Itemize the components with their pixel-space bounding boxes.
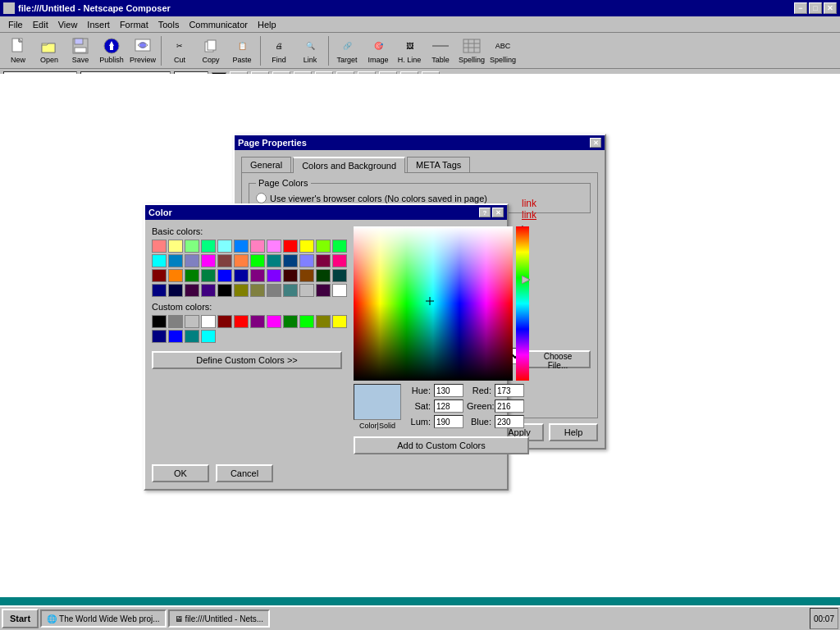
- hline-button[interactable]: Table: [426, 34, 455, 67]
- menu-file[interactable]: File: [3, 18, 28, 31]
- custom-color-cell[interactable]: [234, 315, 249, 328]
- custom-color-cell[interactable]: [152, 330, 167, 343]
- basic-color-cell[interactable]: [185, 269, 199, 282]
- color-slider[interactable]: [516, 226, 529, 381]
- basic-color-cell[interactable]: [234, 269, 249, 282]
- spectrum-canvas[interactable]: [354, 226, 513, 381]
- basic-color-cell[interactable]: [185, 254, 199, 267]
- basic-color-cell[interactable]: [185, 240, 199, 253]
- save-button[interactable]: Save: [66, 34, 95, 67]
- custom-color-cell[interactable]: [201, 330, 216, 343]
- sat-input[interactable]: [434, 399, 463, 413]
- basic-color-cell[interactable]: [332, 254, 347, 267]
- custom-color-cell[interactable]: [185, 315, 199, 328]
- basic-color-cell[interactable]: [283, 269, 298, 282]
- basic-color-cell[interactable]: [234, 254, 249, 267]
- color-close-button[interactable]: ✕: [492, 208, 504, 217]
- custom-color-cell[interactable]: [185, 330, 199, 343]
- color-spectrum[interactable]: [354, 226, 513, 381]
- basic-color-cell[interactable]: [217, 284, 232, 297]
- basic-color-cell[interactable]: [217, 254, 232, 267]
- choose-file-button[interactable]: Choose File...: [525, 350, 591, 368]
- preview-button[interactable]: Preview: [128, 34, 158, 67]
- link-button[interactable]: 🔗 Target: [332, 34, 362, 67]
- red-input[interactable]: [495, 384, 524, 397]
- start-button[interactable]: Start: [2, 609, 39, 628]
- viewer-colors-radio[interactable]: [256, 193, 267, 203]
- basic-color-cell[interactable]: [168, 254, 183, 267]
- basic-color-cell[interactable]: [250, 254, 265, 267]
- publish-button[interactable]: Publish: [97, 34, 126, 67]
- basic-color-cell[interactable]: [283, 284, 298, 297]
- blue-input[interactable]: [495, 415, 524, 428]
- minimize-button[interactable]: −: [794, 2, 807, 14]
- basic-color-cell[interactable]: [299, 240, 314, 253]
- custom-color-cell[interactable]: [201, 315, 216, 328]
- basic-color-cell[interactable]: [152, 284, 167, 297]
- menu-communicator[interactable]: Communicator: [184, 18, 253, 31]
- basic-color-cell[interactable]: [152, 240, 167, 253]
- basic-color-cell[interactable]: [299, 269, 314, 282]
- slider-canvas[interactable]: [516, 226, 529, 381]
- target-button[interactable]: 🎯 Image: [363, 34, 393, 67]
- basic-color-cell[interactable]: [267, 240, 281, 253]
- basic-color-cell[interactable]: [234, 240, 249, 253]
- basic-color-cell[interactable]: [267, 269, 281, 282]
- custom-color-cell[interactable]: [168, 330, 183, 343]
- menu-format[interactable]: Format: [115, 18, 153, 31]
- basic-color-cell[interactable]: [234, 284, 249, 297]
- spelling-button[interactable]: ABC Spelling: [488, 34, 518, 67]
- basic-color-cell[interactable]: [168, 240, 183, 253]
- basic-color-cell[interactable]: [299, 254, 314, 267]
- basic-color-cell[interactable]: [316, 240, 331, 253]
- maximize-button[interactable]: □: [809, 2, 822, 14]
- menu-edit[interactable]: Edit: [28, 18, 53, 31]
- basic-color-cell[interactable]: [201, 240, 216, 253]
- menu-tools[interactable]: Tools: [153, 18, 185, 31]
- custom-color-cell[interactable]: [267, 315, 281, 328]
- basic-color-cell[interactable]: [250, 284, 265, 297]
- basic-color-cell[interactable]: [267, 254, 281, 267]
- basic-color-cell[interactable]: [217, 269, 232, 282]
- cut-button[interactable]: ✂ Cut: [165, 34, 194, 67]
- basic-color-cell[interactable]: [316, 254, 331, 267]
- basic-color-cell[interactable]: [185, 284, 199, 297]
- basic-color-cell[interactable]: [267, 284, 281, 297]
- lum-input[interactable]: [434, 415, 463, 428]
- basic-color-cell[interactable]: [201, 284, 216, 297]
- menu-insert[interactable]: Insert: [82, 18, 115, 31]
- color-cancel-button[interactable]: Cancel: [216, 464, 273, 482]
- custom-color-cell[interactable]: [250, 315, 265, 328]
- print-button[interactable]: 🖨 Find: [264, 34, 294, 67]
- custom-color-cell[interactable]: [168, 315, 183, 328]
- tab-meta-tags[interactable]: META Tags: [407, 157, 470, 173]
- basic-color-cell[interactable]: [332, 240, 347, 253]
- basic-color-cell[interactable]: [299, 284, 314, 297]
- basic-color-cell[interactable]: [168, 269, 183, 282]
- custom-color-cell[interactable]: [316, 315, 331, 328]
- basic-color-cell[interactable]: [250, 240, 265, 253]
- basic-color-cell[interactable]: [217, 240, 232, 253]
- color-ok-button[interactable]: OK: [152, 464, 209, 482]
- page-help-button[interactable]: Help: [549, 423, 598, 441]
- copy-button[interactable]: Copy: [196, 34, 226, 67]
- basic-color-cell[interactable]: [332, 269, 347, 282]
- close-button[interactable]: ✕: [824, 2, 837, 14]
- open-button[interactable]: Open: [34, 34, 64, 67]
- table-button[interactable]: Spelling: [457, 34, 486, 67]
- tab-general[interactable]: General: [241, 157, 291, 173]
- basic-color-cell[interactable]: [201, 254, 216, 267]
- custom-color-cell[interactable]: [217, 315, 232, 328]
- basic-color-cell[interactable]: [316, 284, 331, 297]
- menu-help[interactable]: Help: [253, 18, 281, 31]
- tab-colors-background[interactable]: Colors and Background: [293, 157, 405, 173]
- add-custom-colors-button[interactable]: Add to Custom Colors: [354, 436, 529, 454]
- page-properties-close-button[interactable]: ✕: [590, 138, 601, 148]
- green-input[interactable]: [495, 399, 524, 413]
- taskbar-item-netscape[interactable]: 🖥 file:///Untitled - Nets...: [168, 609, 271, 628]
- basic-color-cell[interactable]: [283, 254, 298, 267]
- basic-color-cell[interactable]: [316, 269, 331, 282]
- custom-color-cell[interactable]: [299, 315, 314, 328]
- taskbar-item-web[interactable]: 🌐 The World Wide Web proj...: [40, 609, 166, 628]
- basic-color-cell[interactable]: [168, 284, 183, 297]
